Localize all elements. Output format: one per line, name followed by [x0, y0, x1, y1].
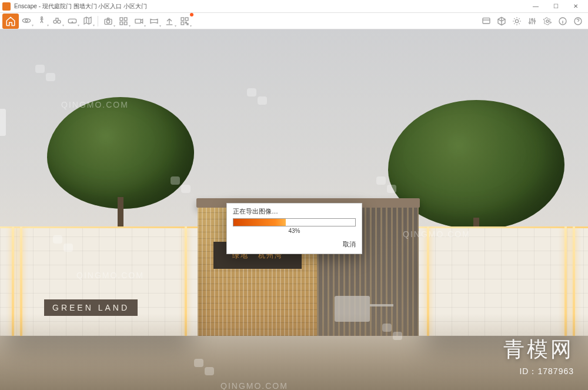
close-button[interactable]: ✕: [566, 0, 586, 13]
export-icon[interactable]: ▾: [162, 14, 177, 28]
visual-settings-icon[interactable]: [524, 14, 540, 28]
app-name: Enscape: [14, 3, 37, 9]
export-progress-dialog: 正在导出图像… 43% 取消: [226, 203, 362, 254]
video-icon[interactable]: ▾: [131, 14, 146, 28]
settings-icon[interactable]: [540, 14, 555, 28]
svg-point-18: [546, 20, 549, 22]
document-title: 现代庭院门 围墙大门 小区入口 小区大门: [42, 3, 147, 9]
assets-icon[interactable]: [494, 14, 509, 28]
svg-point-3: [54, 20, 56, 23]
window-title: Enscape - 现代庭院门 围墙大门 小区入口 小区大门: [14, 2, 526, 11]
svg-rect-9: [124, 18, 127, 21]
toolbar: ▾▾▾▾▾ ▾▾▾▾▾▾: [0, 13, 588, 29]
sun-icon[interactable]: [509, 14, 524, 28]
batch-icon[interactable]: ▾: [116, 14, 131, 28]
app-icon: [2, 2, 11, 11]
svg-rect-15: [181, 22, 184, 25]
help-icon[interactable]: [570, 14, 586, 28]
svg-point-17: [515, 19, 518, 22]
brand-watermark-cn: 青模网: [503, 335, 574, 364]
minimize-button[interactable]: —: [526, 0, 546, 13]
binoculars-icon[interactable]: ▾: [49, 14, 65, 28]
maximize-button[interactable]: ☐: [546, 0, 566, 13]
progress-fill: [233, 219, 286, 226]
walk-icon[interactable]: ▾: [34, 14, 49, 28]
views-icon[interactable]: [479, 14, 494, 28]
title-bar: Enscape - 现代庭院门 围墙大门 小区入口 小区大门 — ☐ ✕: [0, 0, 588, 13]
dialog-title: 正在导出图像…: [227, 204, 362, 218]
svg-rect-10: [120, 22, 123, 25]
progress-percent: 43%: [233, 226, 356, 236]
qr-icon[interactable]: ▾: [177, 14, 192, 28]
mono-pano-icon[interactable]: ▾: [146, 14, 162, 28]
screenshot-icon[interactable]: ▾: [101, 14, 116, 28]
progress-bar: [233, 218, 356, 226]
svg-point-2: [41, 16, 43, 18]
cancel-button[interactable]: 取消: [343, 241, 356, 248]
ground-plane: [0, 314, 588, 390]
watermark-logo: [247, 88, 267, 105]
side-panel-handle[interactable]: [0, 109, 6, 136]
svg-point-0: [25, 19, 28, 22]
svg-point-4: [58, 20, 61, 23]
info-icon[interactable]: [555, 14, 570, 28]
svg-point-7: [106, 20, 109, 23]
svg-rect-8: [120, 18, 123, 21]
svg-rect-16: [483, 18, 490, 23]
svg-rect-13: [181, 18, 184, 21]
tree-left: [47, 97, 194, 209]
svg-rect-12: [135, 19, 141, 23]
svg-rect-11: [124, 22, 127, 25]
brand-watermark-id: ID：1787963: [519, 366, 574, 377]
map-icon[interactable]: ▾: [80, 14, 95, 28]
svg-rect-14: [185, 18, 188, 21]
home-icon[interactable]: [2, 14, 19, 29]
watermark-logo: [35, 65, 55, 81]
viewport-3d[interactable]: 绿地 杭州湾 GREEN LAND QINGMO.COM QINGMO.COM …: [0, 29, 588, 390]
vr-icon[interactable]: ▾: [65, 14, 80, 28]
window-controls: — ☐ ✕: [526, 0, 586, 13]
orbit-icon[interactable]: ▾: [19, 14, 34, 28]
